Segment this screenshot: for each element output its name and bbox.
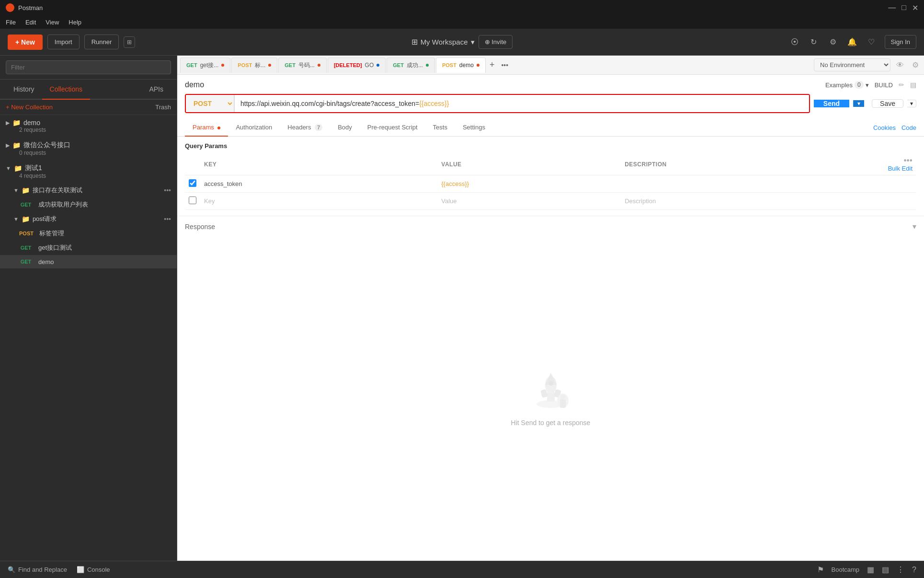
tab-history[interactable]: History (6, 80, 42, 100)
folder-icon: 📁 (22, 215, 30, 223)
workspace-chevron-icon: ▾ (471, 38, 475, 46)
tab-post-biaos[interactable]: POST 标... (231, 58, 277, 73)
eye-icon[interactable]: 👁 (894, 59, 906, 71)
settings-icon[interactable]: ⚙ (910, 59, 921, 71)
environment-select[interactable]: No Environment (814, 58, 890, 71)
list-item[interactable]: ▼ 📁 测试1 4 requests (0, 160, 177, 183)
param-key-cell[interactable]: access_token (200, 175, 437, 193)
menu-help[interactable]: Help (68, 19, 81, 26)
heart-icon[interactable]: ♡ (866, 36, 877, 48)
sign-in-button[interactable]: Sign In (885, 35, 916, 49)
more-icon[interactable]: ••• (164, 215, 171, 223)
sidebar-icon[interactable]: ▤ (882, 565, 889, 574)
param-value-placeholder[interactable]: Value (437, 193, 621, 210)
grid-icon[interactable]: ▦ (867, 565, 874, 574)
find-replace-button[interactable]: 🔍 Find and Replace (8, 566, 67, 573)
close-button[interactable]: ✕ (912, 3, 918, 12)
tab-post-demo[interactable]: POST demo (436, 58, 486, 73)
req-tab-settings[interactable]: Settings (455, 119, 493, 137)
sidebar-list: ▶ 📁 demo 2 requests ▶ 📁 微信公众号接口 0 reques… (0, 115, 177, 561)
method-select[interactable]: POST GET PUT DELETE PATCH (186, 95, 234, 112)
req-tab-body[interactable]: Body (330, 119, 360, 137)
req-tab-authorization[interactable]: Authorization (228, 119, 280, 137)
menu-view[interactable]: View (46, 19, 59, 26)
edit-icon[interactable]: ✏ (899, 81, 904, 89)
send-button[interactable]: Send (814, 100, 849, 107)
method-badge-get: GET (17, 201, 34, 208)
tab-get-get[interactable]: GET get接... (180, 58, 230, 73)
param-description-placeholder[interactable]: Description (621, 193, 878, 210)
workspace-label: My Workspace (421, 38, 468, 46)
trash-button[interactable]: Trash (155, 104, 171, 111)
param-checkbox[interactable] (189, 197, 196, 204)
tab-collections[interactable]: Collections (42, 80, 90, 100)
menu-edit[interactable]: Edit (25, 19, 36, 26)
chevron-down-icon: ▼ (13, 216, 19, 222)
list-item[interactable]: GET 成功获取用户列表 (0, 197, 177, 212)
save-dropdown-button[interactable]: ▾ (907, 100, 916, 107)
layout-switcher[interactable]: ⊞ (124, 36, 135, 48)
req-tab-pre-request[interactable]: Pre-request Script (360, 119, 425, 137)
import-button[interactable]: Import (47, 35, 80, 49)
send-dropdown-button[interactable]: ▾ (853, 100, 864, 107)
headers-count: 7 (315, 124, 322, 131)
bulk-edit-button[interactable]: Bulk Edit (888, 165, 913, 172)
list-item[interactable]: GET get接口测试 (0, 241, 177, 255)
workspace-button[interactable]: ⊞ My Workspace ▾ (411, 37, 475, 46)
minimize-button[interactable]: — (888, 3, 896, 12)
param-key-placeholder[interactable]: Key (200, 193, 437, 210)
runner-button[interactable]: Runner (84, 35, 119, 49)
param-description-cell[interactable] (621, 175, 878, 193)
list-item[interactable]: ▼ 📁 post请求 ••• (0, 212, 177, 226)
response-title: Response (185, 223, 215, 231)
code-link[interactable]: Code (901, 124, 916, 131)
graph-icon[interactable]: ⋮ (897, 565, 904, 574)
url-bar-row: POST GET PUT DELETE PATCH https://api.we… (185, 94, 916, 113)
more-icon[interactable]: ••• (164, 186, 171, 194)
add-tab-button[interactable]: + (487, 60, 498, 70)
maximize-button[interactable]: □ (901, 3, 906, 12)
sync-icon[interactable]: ↻ (808, 36, 820, 48)
console-button[interactable]: ⬜ Console (77, 566, 110, 573)
tab-deleted-go[interactable]: [DELETED] GO (328, 58, 386, 73)
examples-button[interactable]: Examples 0 ▾ (825, 81, 869, 89)
list-item[interactable]: ▶ 📁 微信公众号接口 0 requests (0, 137, 177, 160)
tab-get-chenggong[interactable]: GET 成功... (387, 58, 435, 73)
collection-header-demo: ▶ 📁 demo (6, 119, 171, 127)
invite-button[interactable]: ⊕ Invite (479, 35, 513, 49)
search-input[interactable] (6, 60, 171, 74)
menu-file[interactable]: File (6, 19, 16, 26)
new-button[interactable]: + New (8, 35, 43, 50)
new-collection-button[interactable]: + New Collection (6, 104, 53, 111)
settings-icon[interactable]: ⚙ (827, 36, 839, 48)
cookies-link[interactable]: Cookies (873, 124, 896, 131)
response-chevron-icon[interactable]: ▾ (913, 222, 916, 231)
bootcamp-button[interactable]: Bootcamp (832, 566, 860, 573)
more-tabs-button[interactable]: ••• (498, 61, 511, 69)
tab-apis[interactable]: APIs (141, 80, 171, 100)
layout-icon[interactable]: ▤ (910, 81, 916, 89)
tab-dot (318, 64, 320, 67)
tab-name: get接... (200, 61, 219, 69)
tab-method-label: POST (238, 62, 252, 68)
req-tab-headers[interactable]: Headers 7 (280, 119, 330, 137)
notifications-icon[interactable]: 🔔 (846, 36, 858, 48)
list-item[interactable]: ▶ 📁 demo 2 requests (0, 115, 177, 137)
req-tab-tests[interactable]: Tests (425, 119, 455, 137)
param-actions-cell (878, 193, 916, 210)
param-checkbox[interactable] (189, 179, 196, 187)
save-button[interactable]: Save (872, 99, 903, 108)
param-value-cell[interactable]: {{access}} (437, 175, 621, 193)
list-item[interactable]: GET demo (0, 255, 177, 268)
help-icon[interactable]: ? (912, 566, 916, 574)
tab-name: 号码... (298, 61, 315, 69)
list-item[interactable]: ▼ 📁 接口存在关联测试 ••• (0, 183, 177, 197)
build-button[interactable]: BUILD (875, 81, 893, 89)
satellite-icon[interactable]: ⦿ (789, 36, 800, 48)
tab-get-hao[interactable]: GET 号码... (278, 58, 327, 73)
request-name: 成功获取用户列表 (38, 200, 88, 209)
tabs-bar: GET get接... POST 标... GET 号码... [DELETED… (177, 56, 924, 75)
req-tab-params[interactable]: Params (185, 119, 228, 137)
more-icon[interactable]: ••• (904, 156, 913, 164)
list-item[interactable]: POST 标签管理 (0, 226, 177, 241)
